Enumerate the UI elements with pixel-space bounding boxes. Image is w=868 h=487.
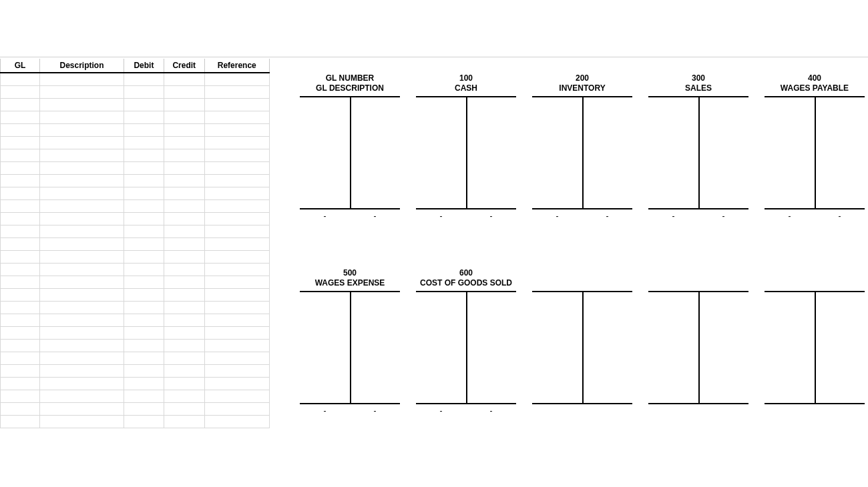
journal-cell[interactable] bbox=[40, 402, 124, 415]
journal-cell[interactable] bbox=[1, 187, 40, 199]
journal-cell[interactable] bbox=[204, 402, 269, 415]
journal-cell[interactable] bbox=[124, 212, 164, 225]
journal-cell[interactable] bbox=[124, 174, 164, 187]
journal-row[interactable] bbox=[1, 377, 270, 390]
journal-cell[interactable] bbox=[1, 250, 40, 263]
journal-cell[interactable] bbox=[164, 161, 205, 174]
journal-row[interactable] bbox=[1, 174, 270, 187]
journal-row[interactable] bbox=[1, 85, 270, 98]
journal-cell[interactable] bbox=[164, 288, 205, 301]
journal-cell[interactable] bbox=[164, 98, 205, 111]
journal-cell[interactable] bbox=[1, 225, 40, 237]
journal-cell[interactable] bbox=[40, 85, 124, 98]
journal-cell[interactable] bbox=[40, 199, 124, 212]
journal-cell[interactable] bbox=[124, 250, 164, 263]
journal-cell[interactable] bbox=[40, 98, 124, 111]
journal-cell[interactable] bbox=[164, 212, 205, 225]
journal-cell[interactable] bbox=[164, 225, 205, 237]
journal-cell[interactable] bbox=[40, 364, 124, 377]
journal-cell[interactable] bbox=[164, 364, 205, 377]
journal-cell[interactable] bbox=[1, 123, 40, 136]
journal-cell[interactable] bbox=[164, 352, 205, 364]
journal-row[interactable] bbox=[1, 339, 270, 352]
journal-cell[interactable] bbox=[1, 73, 40, 85]
journal-cell[interactable] bbox=[124, 136, 164, 149]
journal-cell[interactable] bbox=[164, 136, 205, 149]
journal-cell[interactable] bbox=[164, 301, 205, 314]
journal-cell[interactable] bbox=[1, 377, 40, 390]
journal-cell[interactable] bbox=[40, 352, 124, 364]
journal-cell[interactable] bbox=[164, 250, 205, 263]
journal-row[interactable] bbox=[1, 225, 270, 237]
journal-cell[interactable] bbox=[204, 212, 269, 225]
journal-cell[interactable] bbox=[40, 174, 124, 187]
journal-cell[interactable] bbox=[124, 301, 164, 314]
journal-cell[interactable] bbox=[164, 149, 205, 161]
journal-cell[interactable] bbox=[40, 136, 124, 149]
journal-row[interactable] bbox=[1, 123, 270, 136]
journal-cell[interactable] bbox=[40, 225, 124, 237]
journal-cell[interactable] bbox=[40, 415, 124, 428]
journal-cell[interactable] bbox=[1, 263, 40, 276]
journal-cell[interactable] bbox=[124, 352, 164, 364]
journal-cell[interactable] bbox=[164, 339, 205, 352]
journal-cell[interactable] bbox=[40, 149, 124, 161]
journal-cell[interactable] bbox=[1, 136, 40, 149]
journal-cell[interactable] bbox=[40, 288, 124, 301]
journal-cell[interactable] bbox=[1, 85, 40, 98]
journal-row[interactable] bbox=[1, 136, 270, 149]
journal-row[interactable] bbox=[1, 212, 270, 225]
journal-cell[interactable] bbox=[204, 111, 269, 123]
journal-cell[interactable] bbox=[124, 377, 164, 390]
journal-cell[interactable] bbox=[204, 174, 269, 187]
journal-cell[interactable] bbox=[1, 352, 40, 364]
journal-cell[interactable] bbox=[1, 415, 40, 428]
journal-cell[interactable] bbox=[204, 377, 269, 390]
journal-cell[interactable] bbox=[1, 174, 40, 187]
journal-cell[interactable] bbox=[124, 111, 164, 123]
journal-cell[interactable] bbox=[1, 402, 40, 415]
journal-cell[interactable] bbox=[40, 263, 124, 276]
journal-row[interactable] bbox=[1, 149, 270, 161]
journal-cell[interactable] bbox=[124, 187, 164, 199]
journal-cell[interactable] bbox=[124, 314, 164, 326]
journal-cell[interactable] bbox=[164, 276, 205, 288]
journal-cell[interactable] bbox=[164, 263, 205, 276]
journal-row[interactable] bbox=[1, 187, 270, 199]
journal-cell[interactable] bbox=[124, 390, 164, 402]
journal-cell[interactable] bbox=[204, 314, 269, 326]
journal-row[interactable] bbox=[1, 161, 270, 174]
journal-row[interactable] bbox=[1, 111, 270, 123]
journal-cell[interactable] bbox=[164, 73, 205, 85]
journal-cell[interactable] bbox=[204, 263, 269, 276]
journal-row[interactable] bbox=[1, 314, 270, 326]
journal-cell[interactable] bbox=[204, 276, 269, 288]
journal-cell[interactable] bbox=[40, 237, 124, 250]
journal-cell[interactable] bbox=[204, 352, 269, 364]
journal-cell[interactable] bbox=[124, 364, 164, 377]
journal-cell[interactable] bbox=[204, 136, 269, 149]
journal-cell[interactable] bbox=[1, 288, 40, 301]
journal-cell[interactable] bbox=[204, 199, 269, 212]
journal-cell[interactable] bbox=[204, 123, 269, 136]
journal-cell[interactable] bbox=[164, 415, 205, 428]
journal-cell[interactable] bbox=[164, 390, 205, 402]
journal-cell[interactable] bbox=[40, 390, 124, 402]
journal-cell[interactable] bbox=[204, 415, 269, 428]
journal-cell[interactable] bbox=[124, 339, 164, 352]
journal-cell[interactable] bbox=[124, 237, 164, 250]
journal-row[interactable] bbox=[1, 98, 270, 111]
journal-row[interactable] bbox=[1, 73, 270, 85]
journal-cell[interactable] bbox=[40, 187, 124, 199]
journal-cell[interactable] bbox=[1, 111, 40, 123]
journal-cell[interactable] bbox=[164, 174, 205, 187]
journal-cell[interactable] bbox=[124, 149, 164, 161]
journal-cell[interactable] bbox=[164, 187, 205, 199]
journal-cell[interactable] bbox=[1, 301, 40, 314]
journal-cell[interactable] bbox=[1, 276, 40, 288]
journal-cell[interactable] bbox=[204, 225, 269, 237]
journal-cell[interactable] bbox=[204, 98, 269, 111]
journal-cell[interactable] bbox=[124, 161, 164, 174]
journal-cell[interactable] bbox=[204, 237, 269, 250]
journal-cell[interactable] bbox=[204, 288, 269, 301]
